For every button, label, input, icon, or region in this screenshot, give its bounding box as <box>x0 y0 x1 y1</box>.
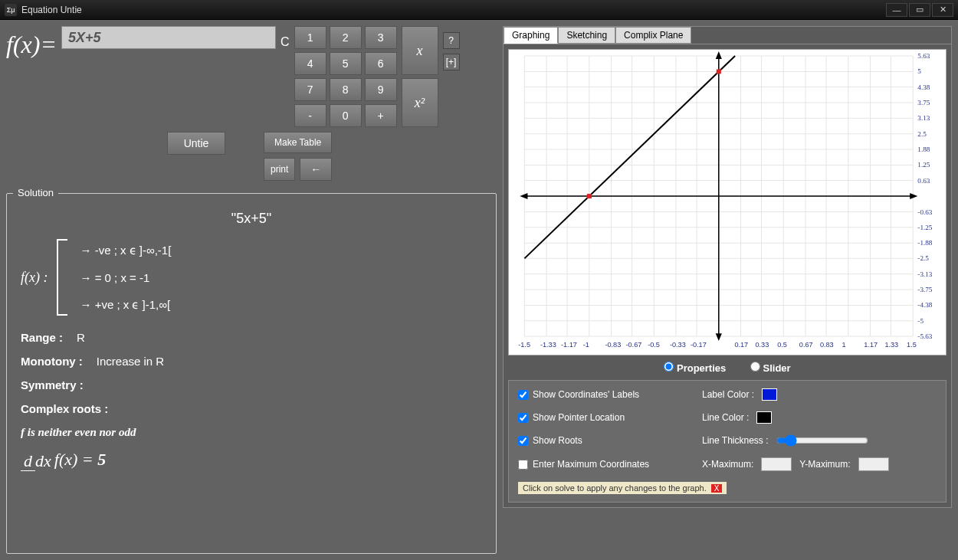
line-thickness-slider[interactable] <box>776 434 868 447</box>
svg-text:-1.25: -1.25 <box>917 224 933 231</box>
tab-sketching[interactable]: Sketching <box>558 27 615 44</box>
svg-text:-0.83: -0.83 <box>605 341 621 349</box>
svg-text:4.38: 4.38 <box>917 84 930 91</box>
maximize-button[interactable]: ▭ <box>909 3 930 17</box>
svg-text:-3.13: -3.13 <box>917 270 933 278</box>
line-color-label: Line Color : <box>702 412 749 423</box>
svg-text:3.13: 3.13 <box>917 114 930 122</box>
ymax-label: Y-Maximum: <box>799 459 850 470</box>
keypad-3[interactable]: 3 <box>365 26 397 49</box>
svg-text:0.63: 0.63 <box>917 177 930 185</box>
svg-marker-39 <box>910 193 917 199</box>
svg-text:1: 1 <box>842 341 846 349</box>
checkbox-show-coords[interactable] <box>518 390 528 400</box>
svg-text:-0.33: -0.33 <box>670 341 686 349</box>
svg-text:2.5: 2.5 <box>917 130 927 138</box>
print-button[interactable]: print <box>264 158 295 181</box>
keypad-x2[interactable]: x² <box>402 78 438 127</box>
svg-text:0.17: 0.17 <box>734 341 748 349</box>
checkbox-show-pointer[interactable] <box>518 413 528 423</box>
notice-close[interactable]: X <box>711 484 723 493</box>
solution-title: "5x+5" <box>16 211 487 227</box>
keypad-minus[interactable]: - <box>294 104 326 127</box>
svg-marker-40 <box>520 193 527 199</box>
keypad-5[interactable]: 5 <box>330 52 362 75</box>
svg-text:-0.67: -0.67 <box>625 341 641 349</box>
monotony-label: Monotony : <box>21 355 83 368</box>
solution-legend: Solution <box>13 187 58 198</box>
keypad-8[interactable]: 8 <box>330 78 362 101</box>
expand-button[interactable]: [+] <box>443 54 460 70</box>
tab-complix[interactable]: Complix Plane <box>615 27 691 44</box>
radio-slider[interactable]: Slider <box>750 362 791 374</box>
svg-marker-42 <box>716 51 722 59</box>
keypad-x[interactable]: x <box>402 26 438 75</box>
derivative-value: 5 <box>97 450 106 469</box>
svg-text:-1.88: -1.88 <box>917 239 933 247</box>
keypad-4[interactable]: 4 <box>294 52 326 75</box>
checkbox-show-roots[interactable] <box>518 436 528 446</box>
svg-text:-1.33: -1.33 <box>540 341 556 349</box>
backspace-button[interactable]: ← <box>300 158 332 181</box>
label-color-label: Label Color : <box>702 389 754 400</box>
ymax-input[interactable] <box>858 457 889 471</box>
keypad-plus[interactable]: + <box>365 104 397 127</box>
keypad-0[interactable]: 0 <box>330 104 362 127</box>
svg-text:-4.38: -4.38 <box>917 302 933 309</box>
svg-text:-0.17: -0.17 <box>691 341 707 349</box>
svg-text:0.5: 0.5 <box>777 341 787 349</box>
label-color-swatch[interactable] <box>762 388 777 401</box>
radio-properties[interactable]: Properties <box>664 362 726 374</box>
svg-text:-5: -5 <box>917 317 924 325</box>
svg-text:-1.5: -1.5 <box>518 341 530 349</box>
complex-roots-label: Complex roots : <box>21 402 108 415</box>
keypad-6[interactable]: 6 <box>365 52 397 75</box>
range-label: Range : <box>21 331 63 344</box>
keypad-1[interactable]: 1 <box>294 26 326 49</box>
make-table-button[interactable]: Make Table <box>264 132 332 153</box>
close-button[interactable]: ✕ <box>932 3 953 17</box>
svg-text:3.75: 3.75 <box>917 99 930 106</box>
keypad-7[interactable]: 7 <box>294 78 326 101</box>
svg-rect-46 <box>717 69 721 74</box>
line-thickness-label: Line Thickness : <box>702 435 769 446</box>
symmetry-label: Symmetry : <box>21 378 84 391</box>
parity-text: f is neither even nor odd <box>21 426 487 439</box>
fx-label: f(x)= <box>6 26 57 59</box>
svg-text:0.67: 0.67 <box>799 341 813 349</box>
checkbox-enter-max[interactable] <box>518 460 528 470</box>
derivative: ddxf(x) = 5 <box>21 450 487 471</box>
svg-text:0.83: 0.83 <box>820 341 834 349</box>
notice-text: Click on solve to apply any changes to t… <box>523 483 707 493</box>
keypad-2[interactable]: 2 <box>330 26 362 49</box>
svg-text:-0.5: -0.5 <box>648 341 660 349</box>
properties-panel: Show Coordinates' Labels Label Color : S… <box>508 380 947 503</box>
untie-button[interactable]: Untie <box>167 132 225 155</box>
line-color-swatch[interactable] <box>756 411 772 424</box>
xmax-input[interactable] <box>761 457 792 471</box>
function-input[interactable] <box>61 26 276 49</box>
tab-graphing[interactable]: Graphing <box>504 27 558 44</box>
range-value: R <box>77 331 85 344</box>
solution-panel: Solution "5x+5" f(x) : -ve ; x ϵ ]-∞,-1[… <box>6 193 497 554</box>
constant-label: C <box>281 26 290 49</box>
graph-canvas[interactable]: 5.6354.383.753.132.51.881.250.63-0.63-1.… <box>508 49 947 355</box>
fx-sign-label: f(x) : <box>21 270 48 286</box>
app-icon: Σμ <box>5 4 17 16</box>
svg-line-44 <box>524 56 735 258</box>
svg-text:1.88: 1.88 <box>917 146 930 153</box>
svg-rect-45 <box>587 194 592 198</box>
minimize-button[interactable]: — <box>886 3 907 17</box>
xmax-label: X-Maximum: <box>702 459 753 470</box>
svg-text:0.33: 0.33 <box>755 341 769 349</box>
titlebar: Σμ Equation Untie — ▭ ✕ <box>0 0 958 20</box>
notice-bar: Click on solve to apply any changes to t… <box>518 482 727 494</box>
label-show-roots: Show Roots <box>533 435 582 446</box>
label-show-coords: Show Coordinates' Labels <box>533 389 639 400</box>
svg-text:-0.63: -0.63 <box>917 208 933 216</box>
keypad-9[interactable]: 9 <box>365 78 397 101</box>
help-button[interactable]: ? <box>443 32 460 49</box>
svg-text:-1.17: -1.17 <box>561 341 577 349</box>
label-show-pointer: Show Pointer Location <box>533 412 625 423</box>
sign-positive: +ve ; x ϵ ]-1,∞[ <box>80 298 171 312</box>
